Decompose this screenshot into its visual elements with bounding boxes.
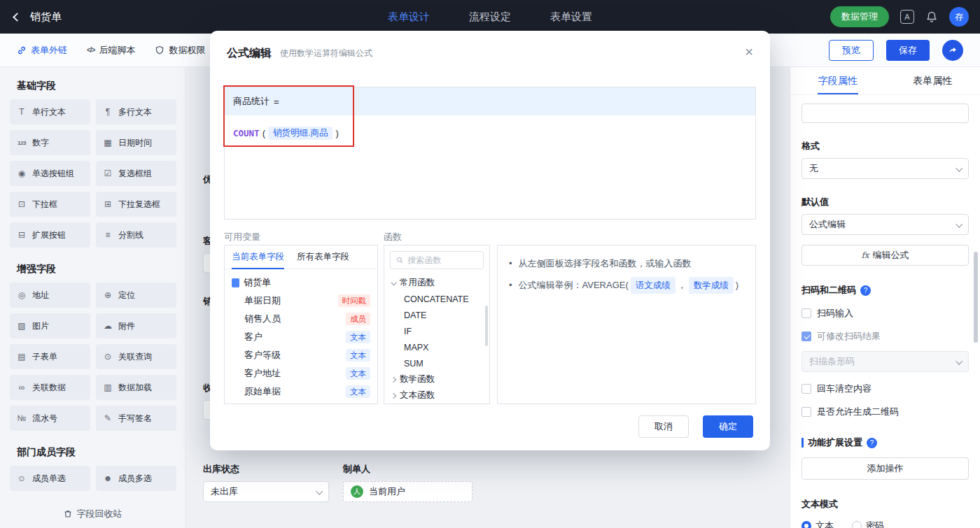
function-item-sum[interactable]: SUM <box>384 355 489 371</box>
property-input[interactable] <box>802 104 969 123</box>
sidebar-item-label: 数字 <box>32 137 49 149</box>
tab-form-settings[interactable]: 表单设置 <box>550 10 592 24</box>
help-example-suffix: ) <box>736 278 738 293</box>
tab-field-properties[interactable]: 字段属性 <box>790 67 886 94</box>
sidebar-item-dropdown[interactable]: ⊡下拉框 <box>10 192 90 217</box>
enter-clear-checkbox-row[interactable]: 回车清空内容 <box>802 383 969 395</box>
sidebar-item-checkbox-group[interactable]: ☑复选框组 <box>96 161 176 186</box>
language-icon[interactable]: A <box>900 10 914 24</box>
sidebar-item-extend-button[interactable]: ⊟扩展按钮 <box>10 222 90 248</box>
default-value-select[interactable]: 公式编辑 <box>802 214 969 235</box>
sidebar-item-member-multi[interactable]: ☻成员多选 <box>96 466 176 491</box>
variable-row[interactable]: 销售人员 成员 <box>232 310 370 328</box>
sidebar-item-dropdown-multiselect[interactable]: ⊞下拉复选框 <box>96 192 176 217</box>
avatar[interactable]: 存 <box>949 7 969 27</box>
help-question-icon[interactable]: ? <box>867 438 877 448</box>
formula-editor-area: 商品统计 = COUNT ( 销货明细.商品 ) <box>224 87 756 220</box>
tab-form-properties[interactable]: 表单属性 <box>886 67 980 94</box>
chevron-down-icon <box>955 220 962 227</box>
default-value: 公式编辑 <box>809 218 846 231</box>
radio-selected-icon[interactable] <box>802 521 811 528</box>
function-group-common[interactable]: 常用函数 <box>384 275 489 291</box>
close-icon[interactable]: × <box>745 45 753 59</box>
cancel-button[interactable]: 取消 <box>638 415 689 438</box>
sidebar-item-serial-number[interactable]: №流水号 <box>10 406 90 431</box>
sidebar-item-data-load[interactable]: ▥数据加载 <box>96 375 176 400</box>
checkbox-checked-icon[interactable] <box>802 331 811 341</box>
variable-row[interactable]: 单据日期 时间戳 <box>232 292 370 310</box>
function-search-input[interactable] <box>407 255 477 265</box>
preview-button[interactable]: 预览 <box>829 40 874 61</box>
sidebar-item-attachment[interactable]: ☁附件 <box>96 313 176 338</box>
sidebar-item-address[interactable]: ◎地址 <box>10 283 90 308</box>
edit-formula-button[interactable]: fx 编辑公式 <box>802 245 969 266</box>
formula-expression-editor[interactable]: COUNT ( 销货明细.商品 ) <box>225 115 755 151</box>
sidebar-item-date-time[interactable]: ▦日期时间 <box>96 130 176 155</box>
help-question-icon[interactable]: ? <box>860 285 871 296</box>
variable-row[interactable]: 原始单据 文本 <box>232 383 370 401</box>
sidebar-item-number[interactable]: 123数字 <box>10 130 90 155</box>
sidebar-item-subform[interactable]: ▤子表单 <box>10 344 90 369</box>
variable-row[interactable]: 客户等级 文本 <box>232 346 370 364</box>
sidebar-item-label: 数据加载 <box>118 382 152 394</box>
add-action-button[interactable]: 添加操作 <box>802 457 969 480</box>
sidebar-item-member-single[interactable]: ☺成员单选 <box>10 466 90 491</box>
share-button[interactable] <box>942 40 963 61</box>
current-user-chip[interactable]: 人 当前用户 <box>343 481 472 502</box>
text-mode-option-password[interactable]: 密码 <box>852 520 884 528</box>
format-select[interactable]: 无 <box>802 158 969 179</box>
allow-qrcode-checkbox-row[interactable]: 是否允许生成二维码 <box>802 406 969 418</box>
notification-bell-icon[interactable] <box>925 10 938 23</box>
functions-scrollbar[interactable] <box>485 306 488 346</box>
function-item-concatenate[interactable]: CONCATENATE <box>384 291 489 307</box>
function-item-mapx[interactable]: MAPX <box>384 339 489 355</box>
shield-icon <box>155 45 164 55</box>
tab-current-form-fields[interactable]: 当前表单字段 <box>232 245 284 269</box>
back-button[interactable] <box>11 11 23 23</box>
help-bullet-2: 公式编辑举例：AVERAGE( 语文成绩 ， 数学成绩 ) <box>509 277 744 294</box>
chevron-down-icon <box>955 357 962 364</box>
field-recycle-bin[interactable]: 字段回收站 <box>0 500 185 528</box>
data-permission-link[interactable]: 数据权限 <box>155 44 205 57</box>
data-manage-button[interactable]: 数据管理 <box>830 6 889 27</box>
confirm-button[interactable]: 确定 <box>703 415 753 438</box>
formula-target-field: 商品统计 <box>233 95 270 108</box>
tab-flow-settings[interactable]: 流程设定 <box>469 10 511 24</box>
function-item-date[interactable]: DATE <box>384 307 489 323</box>
checkbox-icon[interactable] <box>802 308 811 318</box>
sidebar-item-multi-line-text[interactable]: ¶多行文本 <box>96 99 176 124</box>
modify-scan-result-checkbox-row[interactable]: 可修改扫码结果 <box>802 330 969 343</box>
sidebar-item-image[interactable]: ▧图片 <box>10 313 90 338</box>
page-scrollbar[interactable] <box>974 252 978 343</box>
checkbox-icon[interactable] <box>802 407 811 417</box>
variables-root-form[interactable]: 销货单 <box>232 273 370 292</box>
sidebar-item-divider[interactable]: ≡分割线 <box>96 222 176 248</box>
sidebar-item-radio-group[interactable]: ◉单选按钮组 <box>10 161 90 186</box>
checkbox-icon[interactable] <box>802 384 811 394</box>
sidebar-item-single-line-text[interactable]: T单行文本 <box>10 99 90 124</box>
sidebar-item-linked-data[interactable]: ∞关联数据 <box>10 375 90 400</box>
variable-row[interactable]: 客户地址 文本 <box>232 364 370 383</box>
function-item-if[interactable]: IF <box>384 323 489 339</box>
text-mode-option-text[interactable]: 文本 <box>802 520 834 528</box>
formula-field-tag[interactable]: 销货明细.商品 <box>268 127 332 140</box>
backend-script-link[interactable]: </> 后端脚本 <box>87 44 135 57</box>
variable-row[interactable]: 客户 文本 <box>232 328 370 346</box>
tab-form-design[interactable]: 表单设计 <box>388 10 430 24</box>
radio-icon[interactable] <box>852 521 862 528</box>
function-search-box[interactable] <box>390 251 484 269</box>
function-group-text[interactable]: 文本函数 <box>384 387 489 404</box>
extend-button-icon: ⊟ <box>15 230 28 240</box>
chevron-down-icon <box>955 164 962 171</box>
sidebar-item-handwritten-signature[interactable]: ✎手写签名 <box>96 406 176 431</box>
save-button[interactable]: 保存 <box>886 40 930 61</box>
stock-status-select[interactable]: 未出库 <box>203 481 329 502</box>
sidebar-item-location[interactable]: ⊕定位 <box>96 283 176 308</box>
scan-input-checkbox-row[interactable]: 扫码输入 <box>802 307 969 320</box>
sidebar-item-linked-query[interactable]: ⊙关联查询 <box>96 344 176 369</box>
tab-all-form-fields[interactable]: 所有表单字段 <box>297 245 349 269</box>
form-external-link[interactable]: 表单外链 <box>17 44 67 57</box>
sidebar-item-label: 成员单选 <box>32 473 66 485</box>
function-group-math[interactable]: 数学函数 <box>384 371 489 387</box>
scan-section-header: 扫码和二维码 ? <box>802 284 969 297</box>
